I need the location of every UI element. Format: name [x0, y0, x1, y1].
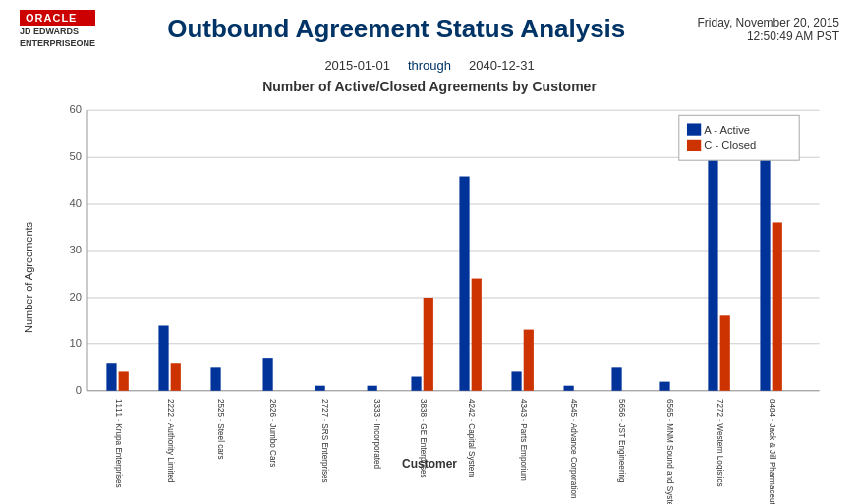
enterprise-brand: ENTERPRISEONE: [20, 38, 95, 49]
report-time: 12:50:49 AM PST: [697, 29, 839, 43]
svg-text:2222 - Authority Limited: 2222 - Authority Limited: [166, 399, 175, 483]
svg-text:50: 50: [69, 150, 81, 162]
svg-text:A - Active: A - Active: [704, 123, 750, 135]
svg-rect-31: [687, 123, 701, 135]
svg-text:30: 30: [69, 244, 81, 255]
bar-active: [411, 376, 421, 390]
svg-text:20: 20: [69, 291, 81, 303]
report-date: Friday, November 20, 2015: [697, 16, 839, 29]
date-info: Friday, November 20, 2015 12:50:49 AM PS…: [697, 16, 839, 43]
bar-active: [564, 385, 574, 390]
svg-text:5656 - JST Engineering: 5656 - JST Engineering: [617, 399, 626, 483]
svg-text:C - Closed: C - Closed: [704, 140, 756, 151]
svg-text:4545 - Advance Corporation: 4545 - Advance Corporation: [569, 399, 578, 499]
bar-active: [611, 367, 621, 390]
svg-rect-30: [679, 115, 799, 160]
bar-active: [511, 371, 521, 390]
svg-text:3333 - Incorporated: 3333 - Incorporated: [372, 399, 381, 470]
svg-text:8484 - Jack & Jill Pharmaceuti: 8484 - Jack & Jill Pharmaceuticals: [768, 399, 776, 504]
bar-closed: [472, 278, 482, 390]
page: ORACLE JD EDWARDS ENTERPRISEONE Outbound…: [0, 0, 859, 504]
page-title: Outbound Agreement Status Analysis: [95, 14, 697, 44]
svg-text:7272 - Western Logistics: 7272 - Western Logistics: [716, 399, 724, 487]
bar-active: [708, 138, 717, 390]
oracle-logo: ORACLE JD EDWARDS ENTERPRISEONE: [20, 10, 95, 49]
svg-text:4242 - Capital System: 4242 - Capital System: [467, 399, 476, 477]
bar-active: [210, 367, 220, 390]
header: ORACLE JD EDWARDS ENTERPRISEONE Outbound…: [0, 0, 859, 54]
bar-closed: [171, 363, 181, 391]
chart-container: Number of Active/Closed Agreements by Cu…: [0, 79, 859, 471]
svg-text:40: 40: [69, 197, 81, 209]
bar-closed: [424, 298, 433, 391]
chart-wrapper: Number of Agreements 60 50: [20, 100, 839, 455]
chart-title: Number of Active/Closed Agreements by Cu…: [20, 79, 839, 94]
date-start: 2015-01-01: [324, 58, 390, 73]
bar-active: [459, 176, 469, 390]
oracle-brand: ORACLE: [20, 10, 95, 26]
chart-area: 60 50 40 30 20 10 0: [37, 100, 839, 455]
bar-closed: [773, 222, 782, 390]
chart-svg: 60 50 40 30 20 10 0: [37, 100, 839, 451]
svg-text:10: 10: [69, 337, 81, 349]
svg-text:1111 - Krupa Enterprises: 1111 - Krupa Enterprises: [114, 399, 123, 488]
bar-closed: [524, 329, 534, 390]
date-range: 2015-01-01 through 2040-12-31: [0, 58, 859, 73]
bar-active: [315, 385, 325, 390]
date-through: through: [408, 58, 451, 73]
bar-closed: [119, 371, 129, 390]
date-end: 2040-12-31: [469, 58, 535, 73]
bar-active: [368, 385, 377, 390]
jde-brand: JD EDWARDS: [20, 27, 95, 37]
svg-rect-33: [687, 139, 701, 150]
bar-active: [106, 363, 116, 391]
bar-active: [263, 358, 273, 391]
svg-text:6565 - MNM Sound and Systems: 6565 - MNM Sound and Systems: [665, 399, 674, 504]
svg-text:2727 - SRS Enterprises: 2727 - SRS Enterprises: [320, 399, 329, 483]
bar-closed: [720, 315, 730, 391]
svg-text:0: 0: [76, 383, 82, 395]
svg-text:2525 - Steel cars: 2525 - Steel cars: [216, 399, 225, 460]
svg-text:3838 - GE Enterprises: 3838 - GE Enterprises: [419, 399, 428, 478]
bar-active: [158, 325, 168, 390]
svg-text:60: 60: [69, 103, 81, 115]
svg-text:2626 - Jumbo Cars: 2626 - Jumbo Cars: [268, 399, 277, 467]
svg-text:4343 - Parts Emporium: 4343 - Parts Emporium: [519, 399, 528, 481]
bar-active: [760, 142, 770, 390]
bar-active: [659, 381, 669, 390]
y-axis-label: Number of Agreements: [20, 100, 37, 455]
